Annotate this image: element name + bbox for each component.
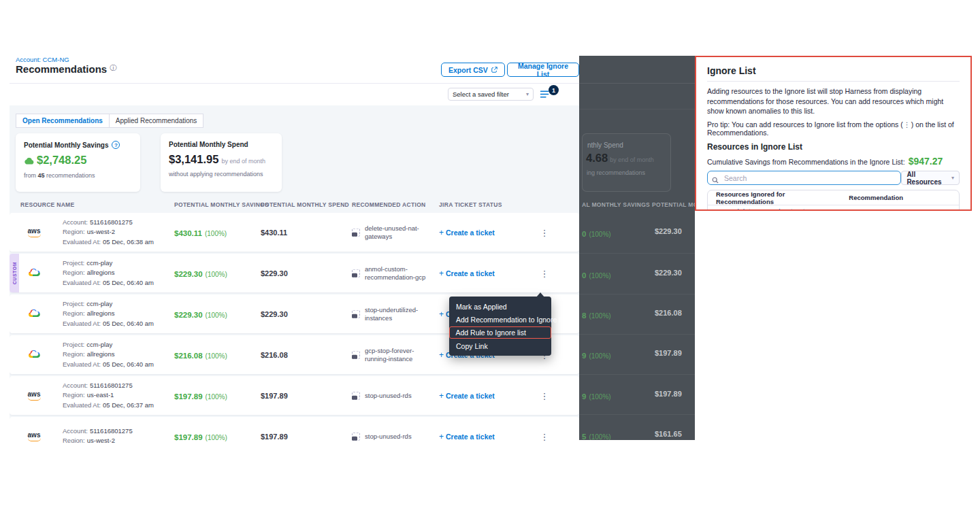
dim-card-label: nthly Spend — [587, 141, 623, 149]
resource-meta: Account:511616801275 Region:us-west-2 — [63, 426, 133, 443]
search-field — [707, 171, 901, 185]
dim-divider — [579, 109, 695, 109]
table-row[interactable]: aws Account:511616801275 Region:us-west-… — [10, 417, 579, 443]
spend-cell: $229.30 — [261, 310, 288, 318]
plus-icon: + — [439, 391, 444, 401]
action-cell: delete-unused-nat-gateways — [352, 224, 435, 241]
ignored-table-header: Resources Ignored for Recommendations Re… — [708, 190, 959, 205]
savings-cell: $430.11(100%) — [174, 226, 227, 239]
menu-item-mark-as-applied[interactable]: Mark as Applied — [449, 300, 551, 313]
tab-open-recommendations[interactable]: Open Recommendations — [16, 114, 110, 128]
resource-meta: Project:ccm-play Region:allregions Evalu… — [63, 258, 154, 288]
plus-icon: + — [439, 432, 444, 441]
menu-item-add-recommendation-to-ignore-list[interactable]: Add Recommendation to Ignore list — [449, 313, 551, 326]
spend-sub: without applying recommendations — [169, 171, 263, 178]
potential-savings-card: Potential Monthly Savings ? $2,748.25 fr… — [16, 133, 140, 192]
dim-table-row: 9(100%) $197.89 — [579, 390, 695, 399]
table-header-row: RESOURCE NAME POTENTIAL MONTHLY SAVINGS … — [10, 201, 579, 209]
resource-filter-dropdown[interactable]: All Resources ▾ — [901, 171, 960, 185]
tab-applied-recommendations[interactable]: Applied Recommendations — [110, 114, 204, 128]
col-potential-savings: POTENTIAL MONTHLY SAVINGS — [174, 201, 269, 208]
breadcrumb-account[interactable]: Account: CCM-NG — [16, 56, 69, 63]
savings-cell: $197.89(100%) — [174, 390, 227, 402]
dim-spend-card: nthly Spend 4.68by end of month ing reco… — [582, 133, 671, 192]
cumulative-savings: Cumulative Savings from Recommendations … — [707, 156, 960, 167]
dim-card-sub: ing recommendations — [587, 169, 645, 176]
page-header: Account: CCM-NG Recommendations ⓘ Export… — [10, 54, 579, 105]
spend-cell: $216.08 — [261, 351, 288, 359]
col-resource-name: RESOURCE NAME — [20, 201, 74, 208]
resource-meta: Account:511616801275 Region:us-east-1 Ev… — [63, 380, 154, 410]
kebab-menu-icon[interactable]: ⋮ — [539, 227, 550, 237]
dim-table-row: 9(100%) $197.89 — [579, 349, 695, 358]
cumulative-savings-value: $947.27 — [909, 156, 943, 167]
resource-meta: Account:511616801275 Region:us-west-2 Ev… — [63, 217, 154, 247]
search-input[interactable] — [707, 171, 901, 185]
dim-table-row: 5(100%) $161.65 — [579, 430, 695, 439]
action-cell: gcp-stop-forever-running-instance — [352, 346, 435, 363]
panel-section-title: Resources in Ignore List — [707, 142, 960, 152]
savings-cell: $197.89(100%) — [174, 431, 227, 443]
gcp-icon — [26, 267, 42, 280]
col-jira-ticket-status: JIRA TICKET STATUS — [439, 201, 502, 208]
search-icon — [712, 174, 719, 186]
dim-col-header: AL MONTHLY SAVINGS — [582, 201, 650, 208]
recommendation-icon — [352, 229, 360, 237]
kebab-menu-icon[interactable]: ⋮ — [539, 431, 550, 441]
screenshot-canvas: Account: CCM-NG Recommendations ⓘ Export… — [0, 0, 980, 506]
create-ticket-link[interactable]: +Create a ticket — [439, 432, 495, 441]
table-row[interactable]: aws Account:511616801275 Region:us-west-… — [10, 213, 579, 252]
manage-ignore-list-label: Manage Ignore List — [514, 62, 572, 78]
savings-sub-suffix: recommendations — [46, 172, 95, 179]
manage-ignore-list-button[interactable]: Manage Ignore List — [507, 63, 579, 77]
page-title: Recommendations — [16, 63, 107, 75]
plus-icon: + — [439, 269, 444, 278]
kebab-menu-icon[interactable]: ⋮ — [539, 268, 550, 278]
ignored-table-row: aws delete-unused-nat-gateways rule $947… — [708, 205, 959, 211]
filter-count-badge: 1 — [549, 85, 559, 95]
plus-icon: + — [439, 228, 444, 237]
panel-pro-tip: Pro tip: You can add resources to Ignore… — [707, 120, 960, 137]
create-ticket-link[interactable]: +Create a ticket — [439, 228, 495, 237]
gcp-icon — [26, 308, 42, 320]
spend-cell: $197.89 — [261, 392, 288, 400]
chevron-down-icon: ▾ — [526, 91, 529, 97]
export-csv-label: Export CSV — [448, 66, 488, 74]
savings-sub-prefix: from — [24, 172, 36, 179]
dim-col-header: POTENTIAL MONTHL — [652, 201, 695, 208]
page-body: Open Recommendations Applied Recommendat… — [10, 105, 579, 443]
summary-cards: Potential Monthly Savings ? $2,748.25 fr… — [16, 133, 282, 192]
ignore-list-panel: Ignore List Adding resources to the Igno… — [695, 56, 972, 211]
create-ticket-link[interactable]: +Create a ticket — [439, 391, 495, 401]
menu-caret — [536, 292, 544, 297]
dim-table-row: 8(100%) $216.08 — [579, 309, 695, 318]
info-icon: ⓘ — [110, 63, 116, 73]
dim-table-row: 0(100%) $229.30 — [579, 269, 695, 278]
recommendation-icon — [352, 433, 360, 441]
menu-item-add-rule-to-ignore-list[interactable]: Add Rule to Ignore list — [449, 326, 551, 339]
dim-divider — [579, 83, 695, 84]
dim-card-value: 4.68 — [586, 152, 608, 164]
saved-filter-dropdown[interactable]: Select a saved filter ▾ — [448, 88, 534, 101]
recommendations-page: Account: CCM-NG Recommendations ⓘ Export… — [10, 54, 579, 443]
header-divider — [10, 83, 579, 84]
savings-cell: $229.30(100%) — [174, 267, 227, 280]
external-link-icon — [491, 67, 497, 73]
table-row[interactable]: CUSTOM Project:ccm-play Region:allregion… — [10, 254, 579, 292]
action-cell: stop-unused-rds — [352, 432, 435, 440]
ignored-savings: $947.27 (100%) — [838, 209, 914, 211]
potential-spend-card: Potential Monthly Spend $3,141.95 by end… — [161, 133, 282, 192]
ignored-resource-link[interactable]: delete-unused-nat-gateways — [735, 207, 826, 211]
create-ticket-link[interactable]: +Create a ticket — [439, 269, 495, 278]
savings-value: $2,748.25 — [37, 154, 86, 167]
kebab-menu-icon[interactable]: ⋮ — [539, 390, 550, 401]
action-cell: stop-unused-rds — [352, 391, 435, 399]
export-csv-button[interactable]: Export CSV — [441, 63, 505, 77]
menu-item-copy-link[interactable]: Copy Link — [449, 339, 551, 352]
table-row[interactable]: aws Account:511616801275 Region:us-east-… — [10, 376, 579, 415]
help-icon[interactable]: ? — [112, 141, 120, 149]
action-cell: stop-underutilized-instances — [352, 305, 435, 322]
plus-icon: + — [439, 350, 444, 360]
dim-card-suffix: by end of month — [610, 156, 654, 163]
spend-cell: $430.11 — [261, 229, 287, 237]
